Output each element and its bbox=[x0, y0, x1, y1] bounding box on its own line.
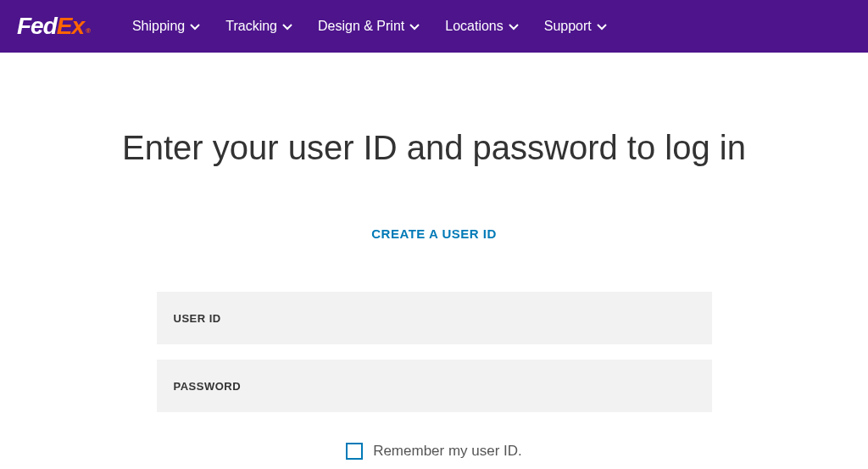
nav-support-label: Support bbox=[544, 19, 592, 34]
chevron-down-icon bbox=[409, 19, 420, 34]
nav-shipping[interactable]: Shipping bbox=[132, 19, 200, 34]
nav-tracking[interactable]: Tracking bbox=[225, 19, 292, 34]
nav-locations[interactable]: Locations bbox=[445, 19, 519, 34]
main-nav: Shipping Tracking Design & Print Locatio… bbox=[132, 19, 607, 34]
fedex-logo[interactable]: FedEx® bbox=[17, 13, 90, 40]
header: FedEx® Shipping Tracking Design & Print … bbox=[0, 0, 868, 53]
logo-dot: ® bbox=[86, 27, 90, 35]
user-id-input[interactable] bbox=[157, 292, 712, 344]
nav-design-print-label: Design & Print bbox=[318, 19, 404, 34]
remember-row: Remember my user ID. bbox=[157, 443, 712, 460]
nav-support[interactable]: Support bbox=[544, 19, 607, 34]
nav-design-print[interactable]: Design & Print bbox=[318, 19, 420, 34]
chevron-down-icon bbox=[282, 19, 292, 34]
logo-ex-text: Ex bbox=[57, 13, 84, 40]
nav-shipping-label: Shipping bbox=[132, 19, 185, 34]
nav-locations-label: Locations bbox=[445, 19, 504, 34]
chevron-down-icon bbox=[509, 19, 519, 34]
chevron-down-icon bbox=[597, 19, 607, 34]
create-user-id-link[interactable]: CREATE A USER ID bbox=[371, 226, 496, 241]
remember-checkbox[interactable] bbox=[346, 443, 363, 460]
logo-fed-text: Fed bbox=[17, 13, 57, 40]
nav-tracking-label: Tracking bbox=[225, 19, 277, 34]
login-form: Remember my user ID. bbox=[157, 292, 712, 460]
main-content: Enter your user ID and password to log i… bbox=[0, 53, 868, 460]
page-title: Enter your user ID and password to log i… bbox=[122, 129, 746, 167]
password-input[interactable] bbox=[157, 360, 712, 412]
chevron-down-icon bbox=[190, 19, 200, 34]
remember-label: Remember my user ID. bbox=[373, 443, 522, 460]
